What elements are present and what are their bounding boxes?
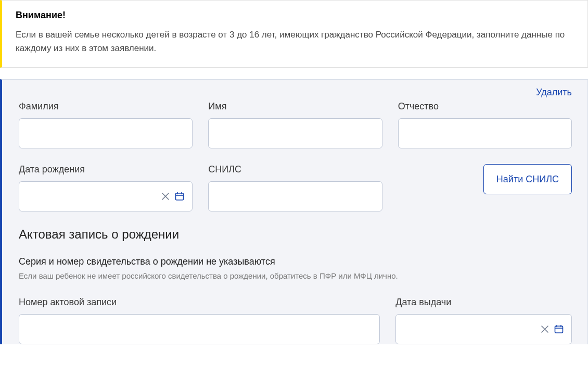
svg-rect-1 xyxy=(555,326,563,333)
child-form-panel: Удалить Фамилия Имя Отчество Дата рожден… xyxy=(0,79,588,344)
calendar-icon xyxy=(174,191,185,202)
birthdate-field: Дата рождения xyxy=(19,164,193,211)
alert-title: Внимание! xyxy=(16,10,575,21)
alert-text: Если в вашей семье несколько детей в воз… xyxy=(16,28,575,55)
issue-date-label: Дата выдачи xyxy=(395,297,572,308)
close-icon xyxy=(161,192,170,201)
issue-date-field: Дата выдачи xyxy=(395,297,572,344)
name-input[interactable] xyxy=(208,118,382,148)
birthdate-input[interactable] xyxy=(27,182,159,211)
birth-record-subheading: Серия и номер свидетельства о рождении н… xyxy=(19,256,572,267)
snils-field: СНИЛС xyxy=(208,164,382,211)
record-number-field: Номер актовой записи xyxy=(19,297,380,344)
birthdate-calendar-button[interactable] xyxy=(172,189,187,204)
svg-rect-0 xyxy=(176,193,184,200)
birth-record-heading: Актовая запись о рождении xyxy=(19,227,572,242)
issue-date-input[interactable] xyxy=(403,315,538,344)
name-label: Имя xyxy=(208,101,382,112)
snils-label: СНИЛС xyxy=(208,164,382,175)
surname-input[interactable] xyxy=(19,118,193,148)
birth-record-help: Если ваш ребенок не имеет российского св… xyxy=(19,271,572,280)
find-snils-wrap: Найти СНИЛС xyxy=(398,164,572,211)
patronymic-input[interactable] xyxy=(398,118,572,148)
attention-alert: Внимание! Если в вашей семье несколько д… xyxy=(0,0,588,68)
issue-date-input-wrap xyxy=(395,314,572,344)
patronymic-field: Отчество xyxy=(398,101,572,148)
birthdate-clear-button[interactable] xyxy=(159,190,172,203)
patronymic-label: Отчество xyxy=(398,101,572,112)
birthdate-input-wrap xyxy=(19,181,193,211)
calendar-icon xyxy=(554,324,564,334)
name-field: Имя xyxy=(208,101,382,148)
name-row: Фамилия Имя Отчество xyxy=(19,101,572,148)
birthdate-label: Дата рождения xyxy=(19,164,193,175)
surname-label: Фамилия xyxy=(19,101,193,112)
record-row: Номер актовой записи Дата выдачи xyxy=(19,297,572,344)
issue-date-calendar-button[interactable] xyxy=(552,322,566,336)
record-number-input[interactable] xyxy=(19,314,380,344)
delete-link[interactable]: Удалить xyxy=(536,87,572,97)
issue-date-clear-button[interactable] xyxy=(538,322,552,336)
snils-input[interactable] xyxy=(208,181,382,211)
delete-row: Удалить xyxy=(19,87,572,98)
surname-field: Фамилия xyxy=(19,101,193,148)
record-number-label: Номер актовой записи xyxy=(19,297,380,308)
close-icon xyxy=(540,324,549,334)
find-snils-button[interactable]: Найти СНИЛС xyxy=(483,164,572,194)
birth-snils-row: Дата рождения СНИЛС Найти СНИЛС xyxy=(19,164,572,211)
